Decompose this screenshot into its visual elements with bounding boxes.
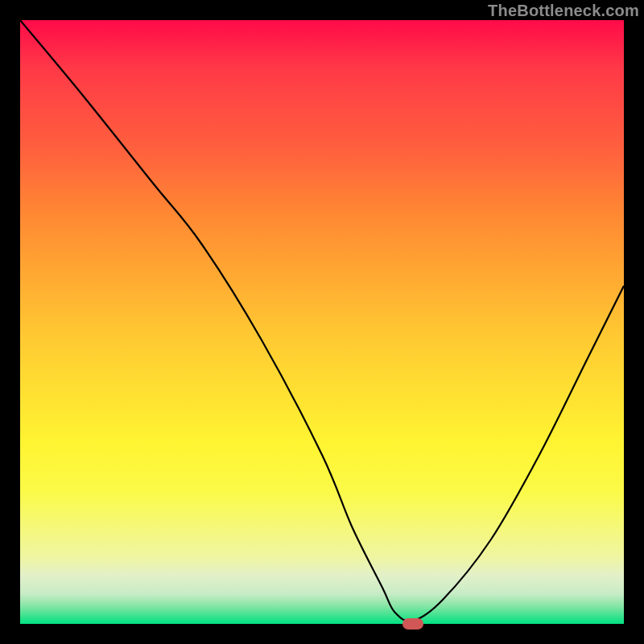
optimal-marker bbox=[402, 618, 423, 630]
plot-area bbox=[20, 20, 624, 624]
chart-frame: TheBottleneck.com bbox=[0, 0, 644, 644]
curve-svg bbox=[20, 20, 624, 624]
bottleneck-curve bbox=[20, 20, 624, 621]
watermark-label: TheBottleneck.com bbox=[488, 2, 639, 20]
